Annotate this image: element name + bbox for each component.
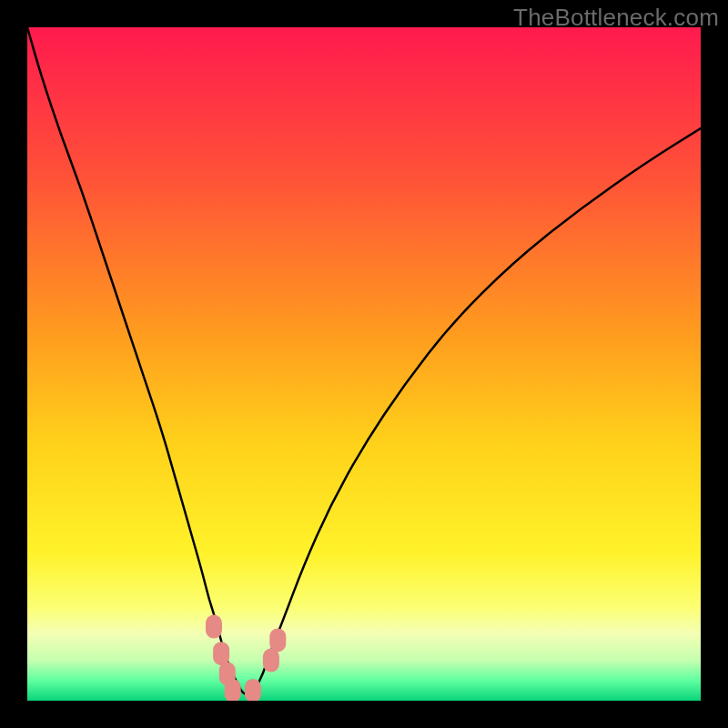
gradient-background: [27, 27, 701, 701]
marker-bottom-right: [245, 679, 261, 701]
marker-descending-1: [206, 615, 222, 639]
marker-right-2: [269, 628, 286, 652]
marker-bottom-left: [225, 679, 241, 701]
chart-frame: TheBottleneck.com: [0, 0, 728, 728]
watermark-text: TheBottleneck.com: [513, 4, 719, 32]
marker-descending-2: [213, 642, 229, 665]
plot-area: [27, 27, 701, 701]
bottleneck-chart: [27, 27, 701, 701]
marker-right-1: [263, 649, 279, 672]
